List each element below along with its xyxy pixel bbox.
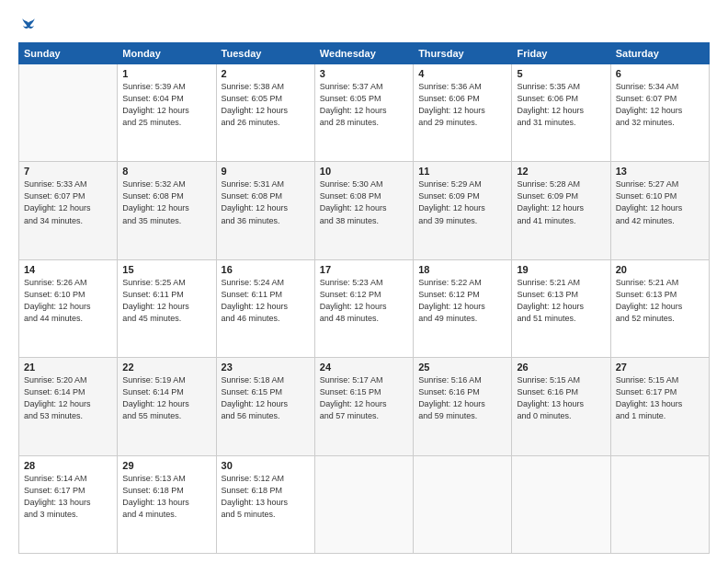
calendar-cell: 25Sunrise: 5:16 AM Sunset: 6:16 PM Dayli… [414, 358, 512, 455]
day-number: 24 [320, 362, 408, 373]
day-number: 16 [222, 264, 310, 275]
day-number: 19 [517, 264, 605, 275]
col-header-monday: Monday [118, 43, 216, 64]
calendar-week-row: 21Sunrise: 5:20 AM Sunset: 6:14 PM Dayli… [19, 358, 710, 455]
day-info: Sunrise: 5:13 AM Sunset: 6:18 PM Dayligh… [122, 473, 210, 521]
day-number: 22 [122, 362, 210, 373]
day-number: 9 [222, 166, 310, 177]
day-number: 29 [122, 460, 210, 471]
calendar-cell [414, 455, 512, 553]
day-number: 15 [122, 264, 210, 275]
day-number: 20 [616, 264, 704, 275]
day-info: Sunrise: 5:23 AM Sunset: 6:12 PM Dayligh… [320, 277, 408, 325]
calendar-cell: 15Sunrise: 5:25 AM Sunset: 6:11 PM Dayli… [118, 259, 216, 357]
day-number: 11 [418, 166, 506, 177]
calendar-cell: 28Sunrise: 5:14 AM Sunset: 6:17 PM Dayli… [19, 455, 118, 553]
calendar-cell: 27Sunrise: 5:15 AM Sunset: 6:17 PM Dayli… [610, 358, 709, 455]
calendar-cell: 16Sunrise: 5:24 AM Sunset: 6:11 PM Dayli… [216, 259, 314, 357]
day-number: 21 [24, 362, 112, 373]
calendar-cell [314, 455, 413, 553]
calendar-cell [610, 455, 709, 553]
day-number: 7 [24, 166, 112, 177]
calendar-cell: 11Sunrise: 5:29 AM Sunset: 6:09 PM Dayli… [414, 162, 512, 259]
day-info: Sunrise: 5:18 AM Sunset: 6:15 PM Dayligh… [222, 374, 310, 422]
col-header-saturday: Saturday [610, 43, 709, 64]
col-header-friday: Friday [512, 43, 610, 64]
calendar-cell: 19Sunrise: 5:21 AM Sunset: 6:13 PM Dayli… [512, 259, 610, 357]
day-info: Sunrise: 5:30 AM Sunset: 6:08 PM Dayligh… [320, 178, 408, 226]
calendar-cell: 8Sunrise: 5:32 AM Sunset: 6:08 PM Daylig… [118, 162, 216, 259]
day-info: Sunrise: 5:39 AM Sunset: 6:04 PM Dayligh… [122, 81, 210, 129]
calendar-cell: 14Sunrise: 5:26 AM Sunset: 6:10 PM Dayli… [19, 259, 118, 357]
calendar-cell: 30Sunrise: 5:12 AM Sunset: 6:18 PM Dayli… [216, 455, 314, 553]
calendar-cell: 2Sunrise: 5:38 AM Sunset: 6:05 PM Daylig… [216, 64, 314, 162]
calendar-cell: 10Sunrise: 5:30 AM Sunset: 6:08 PM Dayli… [314, 162, 413, 259]
calendar-cell: 3Sunrise: 5:37 AM Sunset: 6:05 PM Daylig… [314, 64, 413, 162]
day-info: Sunrise: 5:12 AM Sunset: 6:18 PM Dayligh… [222, 473, 310, 521]
day-number: 26 [517, 362, 605, 373]
calendar-cell: 9Sunrise: 5:31 AM Sunset: 6:08 PM Daylig… [216, 162, 314, 259]
day-info: Sunrise: 5:34 AM Sunset: 6:07 PM Dayligh… [616, 81, 704, 129]
day-number: 3 [320, 68, 408, 79]
calendar: SundayMondayTuesdayWednesdayThursdayFrid… [18, 42, 710, 554]
day-number: 10 [320, 166, 408, 177]
calendar-cell: 4Sunrise: 5:36 AM Sunset: 6:06 PM Daylig… [414, 64, 512, 162]
day-number: 18 [418, 264, 506, 275]
calendar-header-row: SundayMondayTuesdayWednesdayThursdayFrid… [19, 43, 710, 64]
col-header-tuesday: Tuesday [216, 43, 314, 64]
day-number: 28 [24, 460, 112, 471]
day-number: 6 [616, 68, 704, 79]
day-number: 4 [418, 68, 506, 79]
calendar-week-row: 28Sunrise: 5:14 AM Sunset: 6:17 PM Dayli… [19, 455, 710, 553]
day-info: Sunrise: 5:37 AM Sunset: 6:05 PM Dayligh… [320, 81, 408, 129]
day-number: 8 [122, 166, 210, 177]
day-info: Sunrise: 5:15 AM Sunset: 6:16 PM Dayligh… [517, 374, 605, 422]
day-info: Sunrise: 5:29 AM Sunset: 6:09 PM Dayligh… [418, 178, 506, 226]
calendar-cell: 20Sunrise: 5:21 AM Sunset: 6:13 PM Dayli… [610, 259, 709, 357]
day-number: 12 [517, 166, 605, 177]
logo [18, 17, 38, 33]
day-info: Sunrise: 5:16 AM Sunset: 6:16 PM Dayligh… [418, 374, 506, 422]
logo-bird-icon [20, 17, 37, 33]
day-info: Sunrise: 5:38 AM Sunset: 6:05 PM Dayligh… [222, 81, 310, 129]
calendar-cell: 7Sunrise: 5:33 AM Sunset: 6:07 PM Daylig… [19, 162, 118, 259]
logo-text [18, 17, 38, 33]
calendar-cell: 26Sunrise: 5:15 AM Sunset: 6:16 PM Dayli… [512, 358, 610, 455]
day-info: Sunrise: 5:24 AM Sunset: 6:11 PM Dayligh… [222, 277, 310, 325]
day-info: Sunrise: 5:26 AM Sunset: 6:10 PM Dayligh… [24, 277, 112, 325]
calendar-week-row: 7Sunrise: 5:33 AM Sunset: 6:07 PM Daylig… [19, 162, 710, 259]
calendar-cell: 23Sunrise: 5:18 AM Sunset: 6:15 PM Dayli… [216, 358, 314, 455]
day-info: Sunrise: 5:20 AM Sunset: 6:14 PM Dayligh… [24, 374, 112, 422]
day-number: 30 [222, 460, 310, 471]
header [18, 17, 710, 33]
calendar-cell: 6Sunrise: 5:34 AM Sunset: 6:07 PM Daylig… [610, 64, 709, 162]
day-info: Sunrise: 5:28 AM Sunset: 6:09 PM Dayligh… [517, 178, 605, 226]
calendar-cell: 12Sunrise: 5:28 AM Sunset: 6:09 PM Dayli… [512, 162, 610, 259]
day-number: 13 [616, 166, 704, 177]
calendar-week-row: 14Sunrise: 5:26 AM Sunset: 6:10 PM Dayli… [19, 259, 710, 357]
day-info: Sunrise: 5:33 AM Sunset: 6:07 PM Dayligh… [24, 178, 112, 226]
calendar-cell: 18Sunrise: 5:22 AM Sunset: 6:12 PM Dayli… [414, 259, 512, 357]
day-info: Sunrise: 5:25 AM Sunset: 6:11 PM Dayligh… [122, 277, 210, 325]
day-number: 2 [222, 68, 310, 79]
col-header-thursday: Thursday [414, 43, 512, 64]
day-info: Sunrise: 5:14 AM Sunset: 6:17 PM Dayligh… [24, 473, 112, 521]
day-number: 27 [616, 362, 704, 373]
col-header-sunday: Sunday [19, 43, 118, 64]
day-info: Sunrise: 5:22 AM Sunset: 6:12 PM Dayligh… [418, 277, 506, 325]
calendar-cell: 17Sunrise: 5:23 AM Sunset: 6:12 PM Dayli… [314, 259, 413, 357]
day-info: Sunrise: 5:15 AM Sunset: 6:17 PM Dayligh… [616, 374, 704, 422]
day-info: Sunrise: 5:36 AM Sunset: 6:06 PM Dayligh… [418, 81, 506, 129]
day-info: Sunrise: 5:31 AM Sunset: 6:08 PM Dayligh… [222, 178, 310, 226]
calendar-cell: 24Sunrise: 5:17 AM Sunset: 6:15 PM Dayli… [314, 358, 413, 455]
calendar-cell: 1Sunrise: 5:39 AM Sunset: 6:04 PM Daylig… [118, 64, 216, 162]
calendar-cell: 22Sunrise: 5:19 AM Sunset: 6:14 PM Dayli… [118, 358, 216, 455]
day-info: Sunrise: 5:35 AM Sunset: 6:06 PM Dayligh… [517, 81, 605, 129]
day-number: 23 [222, 362, 310, 373]
day-number: 5 [517, 68, 605, 79]
day-info: Sunrise: 5:19 AM Sunset: 6:14 PM Dayligh… [122, 374, 210, 422]
col-header-wednesday: Wednesday [314, 43, 413, 64]
calendar-cell: 21Sunrise: 5:20 AM Sunset: 6:14 PM Dayli… [19, 358, 118, 455]
day-info: Sunrise: 5:17 AM Sunset: 6:15 PM Dayligh… [320, 374, 408, 422]
day-info: Sunrise: 5:32 AM Sunset: 6:08 PM Dayligh… [122, 178, 210, 226]
